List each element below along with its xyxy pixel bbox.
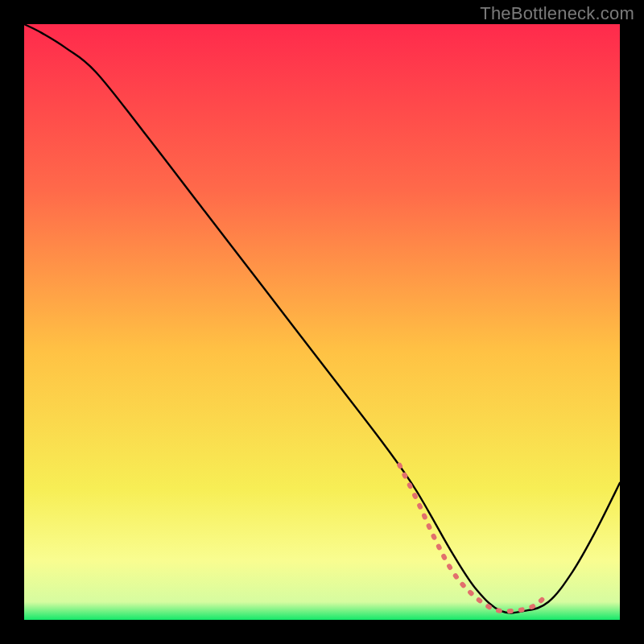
chart-container: TheBottleneck.com xyxy=(0,0,644,644)
attribution-text: TheBottleneck.com xyxy=(480,3,634,24)
plot-area xyxy=(24,24,620,620)
chart-svg xyxy=(24,24,620,620)
gradient-background xyxy=(24,24,620,620)
